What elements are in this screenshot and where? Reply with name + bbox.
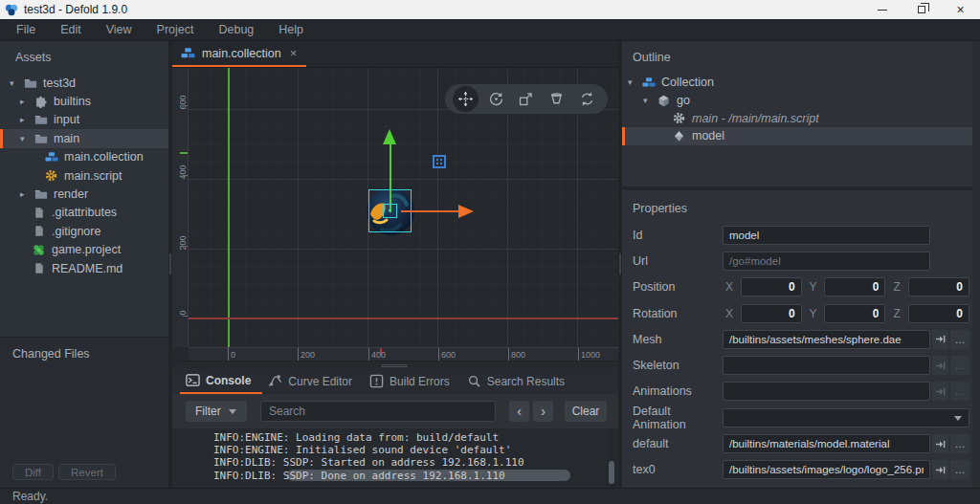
browse-resource-button[interactable]: … (950, 460, 969, 479)
tab-label: Console (206, 374, 251, 387)
filter-dropdown[interactable]: Filter (186, 401, 247, 422)
diff-button[interactable]: Diff (12, 464, 54, 480)
asset-item-main[interactable]: ▾ main (0, 129, 168, 147)
property-label: Rotation (633, 307, 723, 320)
open-resource-button[interactable] (932, 330, 948, 349)
asset-item-gitattributes[interactable]: .gitattributes (0, 204, 168, 222)
position-x-input[interactable] (741, 277, 802, 296)
horizontal-ruler: 0 200 400 600 800 1000 (189, 347, 618, 361)
gizmo-y-axis[interactable] (390, 144, 391, 212)
open-resource-button[interactable] (932, 460, 948, 479)
close-icon[interactable]: × (290, 46, 298, 60)
chevron-right-icon[interactable]: ▸ (20, 97, 33, 106)
revert-button[interactable]: Revert (58, 464, 116, 480)
tab-console[interactable]: Console (180, 368, 262, 394)
chevron-right-icon[interactable]: ▸ (20, 115, 33, 124)
browse-resource-button[interactable]: … (950, 434, 969, 453)
asset-item-test3d[interactable]: ▾ test3d (0, 74, 168, 92)
rotation-y-input[interactable] (824, 304, 885, 323)
move-tool-button[interactable] (453, 86, 479, 112)
asset-item-input[interactable]: ▸ input (0, 111, 168, 129)
default-material-input[interactable] (723, 434, 930, 453)
asset-item-render[interactable]: ▸ render (0, 185, 168, 203)
tab-build-errors[interactable]: Build Errors (364, 368, 461, 394)
id-input[interactable] (723, 226, 930, 245)
rotate-tool-button[interactable] (483, 86, 509, 112)
tab-search-results[interactable]: Search Results (461, 368, 576, 394)
gizmo-y-arrowhead[interactable] (383, 129, 396, 144)
asset-label: test3d (43, 77, 76, 90)
log-line: INFO:ENGINE: Initialised sound device 'd… (213, 444, 611, 456)
scrollbar-thumb[interactable] (609, 461, 614, 484)
scene-canvas[interactable] (189, 68, 618, 347)
asset-label: main (54, 132, 79, 145)
menu-debug[interactable]: Debug (206, 23, 266, 36)
menu-project[interactable]: Project (145, 23, 207, 36)
asset-item-main-script[interactable]: main.script (0, 166, 168, 185)
mesh-input[interactable] (723, 330, 930, 349)
menu-view[interactable]: View (94, 23, 145, 36)
component-marker[interactable] (433, 155, 446, 168)
asset-item-game-project[interactable]: game.project (0, 241, 168, 259)
asset-item-readme[interactable]: README.md (0, 259, 168, 277)
asset-item-main-collection[interactable]: main.collection (0, 148, 168, 166)
position-y-input[interactable] (824, 277, 885, 296)
minimize-button[interactable] (862, 0, 902, 19)
outline-item-go[interactable]: ▾ go (622, 92, 980, 110)
inspector-panel: Outline ▾ Collection ▾ go main - /main/m… (622, 41, 980, 488)
asset-item-gitignore[interactable]: .gitignore (0, 222, 168, 240)
x-axis-line (189, 318, 618, 319)
ruler-label: 0 (231, 350, 235, 360)
gizmo-x-arrowhead[interactable] (458, 205, 474, 218)
gizmo-center-handle[interactable] (383, 204, 397, 218)
menu-edit[interactable]: Edit (48, 23, 94, 36)
restore-button[interactable] (902, 0, 941, 19)
tex0-input[interactable] (723, 460, 930, 479)
rotation-z-input[interactable] (908, 304, 969, 323)
next-match-button[interactable]: › (533, 401, 553, 422)
position-z-input[interactable] (908, 277, 969, 296)
animations-input[interactable] (723, 382, 930, 401)
skeleton-input[interactable] (723, 356, 930, 375)
tab-main-collection[interactable]: main.collection × (172, 41, 306, 67)
scale-tool-button[interactable] (513, 86, 539, 112)
outline-header: Outline (622, 41, 980, 64)
chevron-down-icon (229, 409, 236, 414)
chevron-down-icon[interactable]: ▾ (20, 134, 33, 143)
outline-item-collection[interactable]: ▾ Collection (622, 74, 980, 92)
property-row-url: Url (622, 248, 980, 274)
outline-item-main-script[interactable]: main - /main/main.script (622, 109, 980, 127)
outline-item-model[interactable]: model (622, 127, 980, 145)
console-search-input[interactable] (260, 401, 496, 422)
orbit-camera-button[interactable] (574, 86, 600, 112)
default-animation-select[interactable] (723, 408, 969, 427)
chevron-down-icon[interactable]: ▾ (10, 78, 23, 88)
editor-area: main.collection × 600 400 200 0 0 200 40… (172, 41, 618, 488)
chevron-down-icon[interactable]: ▾ (628, 77, 641, 87)
open-resource-button[interactable] (932, 434, 948, 453)
chevron-down-icon[interactable]: ▾ (643, 96, 657, 105)
chevron-right-icon[interactable]: ▸ (20, 189, 33, 199)
browse-resource-button[interactable]: … (950, 330, 969, 349)
asset-item-builtins[interactable]: ▸ builtins (0, 92, 168, 110)
axis-y-label: Y (807, 307, 820, 320)
clear-console-button[interactable]: Clear (565, 401, 607, 422)
scene-view[interactable]: 600 400 200 0 0 200 400 600 800 1000 (172, 68, 618, 361)
gizmo-x-axis[interactable] (401, 210, 458, 212)
rotation-x-input[interactable] (741, 304, 802, 323)
assets-tree: ▾ test3d ▸ builtins ▸ input ▾ main main.… (0, 74, 168, 277)
menu-file[interactable]: File (4, 23, 48, 36)
console-scrollbar[interactable] (608, 428, 615, 488)
frustum-tool-button[interactable] (544, 86, 569, 112)
tab-curve-editor[interactable]: Curve Editor (262, 368, 364, 394)
inspector-scrollbar[interactable] (972, 41, 980, 488)
properties-section: Properties Id Url Position X Y Z (622, 190, 980, 488)
menu-help[interactable]: Help (266, 23, 316, 36)
editor-tab-bar: main.collection × (172, 41, 618, 68)
close-button[interactable]: × (941, 0, 980, 19)
console-log[interactable]: INFO:ENGINE: Loading data from: build/de… (172, 428, 611, 488)
menu-bar: File Edit View Project Debug Help (0, 19, 980, 41)
prev-match-button[interactable]: ‹ (509, 401, 529, 422)
console-splitter[interactable] (172, 361, 618, 368)
open-resource-button (932, 356, 948, 375)
